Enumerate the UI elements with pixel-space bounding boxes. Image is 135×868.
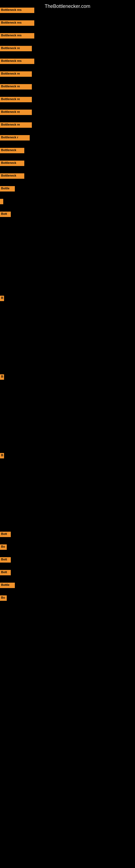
- bottleneck-label-18: B: [0, 296, 4, 301]
- bottleneck-label-21: Bott: [0, 532, 11, 537]
- bottleneck-label-19: B: [0, 374, 4, 380]
- bottleneck-label-16: [0, 199, 3, 204]
- bottleneck-label-25: Bottle: [0, 583, 15, 588]
- bottleneck-label-11: Bottleneck r: [0, 135, 30, 141]
- bottleneck-label-26: Bo: [0, 595, 7, 601]
- bottleneck-label-4: Bottleneck re: [0, 46, 32, 51]
- bottleneck-label-20: B: [0, 453, 4, 458]
- bottleneck-label-6: Bottleneck re: [0, 71, 32, 77]
- bottleneck-label-24: Bott: [0, 570, 11, 575]
- bottleneck-label-3: Bottleneck res: [0, 33, 34, 38]
- bottleneck-label-2: Bottleneck res: [0, 20, 34, 26]
- bottleneck-label-23: Bott: [0, 557, 11, 563]
- bottleneck-label-15: Bottle: [0, 186, 15, 191]
- bottleneck-label-12: Bottleneck: [0, 148, 24, 153]
- bottleneck-label-5: Bottleneck res: [0, 59, 34, 64]
- bottleneck-label-13: Bottleneck: [0, 161, 24, 166]
- bottleneck-label-9: Bottleneck re: [0, 110, 32, 115]
- bottleneck-label-14: Bottleneck: [0, 173, 24, 179]
- bottleneck-label-22: Bo: [0, 545, 7, 550]
- bottleneck-label-17: Bott: [0, 212, 11, 217]
- bottleneck-label-8: Bottleneck re: [0, 97, 32, 102]
- bottleneck-label-1: Bottleneck res: [0, 8, 34, 13]
- bottleneck-label-10: Bottleneck re: [0, 122, 32, 128]
- bottleneck-label-7: Bottleneck re: [0, 84, 32, 90]
